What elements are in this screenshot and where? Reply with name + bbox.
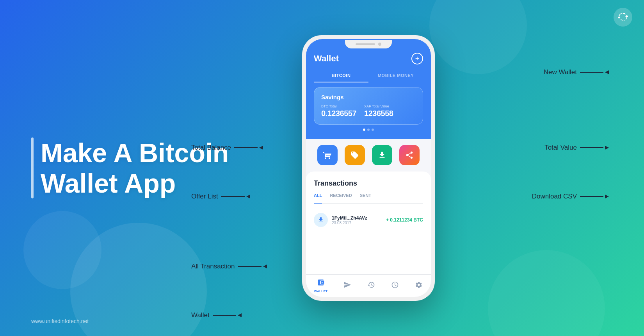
wallet-nav-icon <box>317 279 325 288</box>
history-nav-icon <box>367 281 375 291</box>
svg-marker-13 <box>238 313 242 317</box>
savings-card: Savings BTC Total 0.1236557 XAF Total Va… <box>314 87 423 125</box>
nav-send[interactable] <box>343 281 351 291</box>
send-nav-icon <box>343 281 351 291</box>
transaction-icon <box>314 213 328 227</box>
svg-marker-9 <box>605 195 609 198</box>
svg-marker-5 <box>605 146 609 150</box>
transaction-date: 23.03.2017 <box>332 221 382 225</box>
download-csv-button[interactable] <box>372 145 392 165</box>
website-credit: www.unifiedinfotech.net <box>31 318 89 324</box>
xaf-total-value: 1236558 <box>364 109 393 118</box>
dot-1 <box>363 129 365 131</box>
svg-marker-3 <box>259 146 263 150</box>
wallet-tabs: BITCOIN MOBILE MONEY <box>314 69 423 82</box>
app-header-title: Wallet <box>314 54 339 64</box>
blue-content-area: Savings BTC Total 0.1236557 XAF Total Va… <box>306 82 431 139</box>
logo-icon <box>614 8 632 27</box>
transaction-item: 1FyMtl...Zh4AVz 23.03.2017 + 0.1211234 B… <box>314 210 423 230</box>
settings-nav-icon <box>415 281 423 291</box>
nav-clock[interactable] <box>391 281 399 291</box>
transaction-address: 1FyMtl...Zh4AVz <box>332 215 382 221</box>
tag-button[interactable] <box>345 145 365 165</box>
svg-marker-1 <box>605 70 609 74</box>
phone-notch <box>345 40 392 48</box>
notch-dot <box>378 43 381 46</box>
dot-3 <box>372 129 374 131</box>
bg-circle-3 <box>429 0 527 74</box>
wallet-nav-label-annotation: Wallet <box>191 311 242 319</box>
total-value-label: Total Value <box>544 144 609 152</box>
transaction-amount: + 0.1211234 BTC <box>386 217 423 223</box>
transaction-tabs: ALL RECEIVED SENT <box>314 193 423 204</box>
tab-mobile-money[interactable]: MOBILE MONEY <box>368 69 423 82</box>
tab-received[interactable]: RECEIVED <box>330 193 352 200</box>
btc-total-value: 0.1236557 <box>321 109 356 118</box>
share-button[interactable] <box>399 145 420 165</box>
phone-frame: Wallet + BITCOIN MOBILE MONEY Savings BT… <box>302 35 435 301</box>
bg-circle-2 <box>23 211 101 289</box>
nav-wallet[interactable]: WALLET <box>314 279 328 293</box>
download-csv-label: Download CSV <box>532 193 609 200</box>
phone-screen: Wallet + BITCOIN MOBILE MONEY Savings BT… <box>306 39 431 297</box>
xaf-total-label: XAF Total Value <box>364 104 393 108</box>
action-buttons <box>306 139 431 172</box>
bottom-navigation: WALLET <box>306 274 431 297</box>
notch-line <box>356 43 375 45</box>
clock-nav-icon <box>391 281 399 291</box>
svg-marker-11 <box>263 265 267 268</box>
bg-circle-4 <box>488 250 605 336</box>
phone-mockup: Wallet + BITCOIN MOBILE MONEY Savings BT… <box>302 35 435 301</box>
btc-total-label: BTC Total <box>321 104 356 108</box>
tab-sent[interactable]: SENT <box>360 193 371 200</box>
total-balance-label: Total Balance <box>191 144 263 152</box>
all-transaction-label: All Transaction <box>191 263 267 270</box>
offer-list-button[interactable] <box>317 145 338 165</box>
offer-list-label: Offer List <box>191 193 250 200</box>
nav-history[interactable] <box>367 281 375 291</box>
title-border <box>31 138 34 198</box>
svg-marker-7 <box>246 195 250 198</box>
savings-card-title: Savings <box>321 94 416 100</box>
transactions-title: Transactions <box>314 179 423 188</box>
xaf-total-col: XAF Total Value 1236558 <box>364 104 393 118</box>
new-wallet-label: New Wallet <box>544 68 609 76</box>
savings-values: BTC Total 0.1236557 XAF Total Value 1236… <box>321 104 416 118</box>
new-wallet-button[interactable]: + <box>411 53 423 64</box>
card-dots <box>314 129 423 131</box>
nav-settings[interactable] <box>415 281 423 291</box>
transaction-info: 1FyMtl...Zh4AVz 23.03.2017 <box>332 215 382 225</box>
dot-2 <box>367 129 370 131</box>
tab-all[interactable]: ALL <box>314 193 322 204</box>
tab-bitcoin[interactable]: BITCOIN <box>314 69 368 82</box>
transactions-section: Transactions ALL RECEIVED SENT 1FyMtl...… <box>306 172 431 274</box>
btc-total-col: BTC Total 0.1236557 <box>321 104 356 118</box>
wallet-nav-label: WALLET <box>314 290 328 293</box>
